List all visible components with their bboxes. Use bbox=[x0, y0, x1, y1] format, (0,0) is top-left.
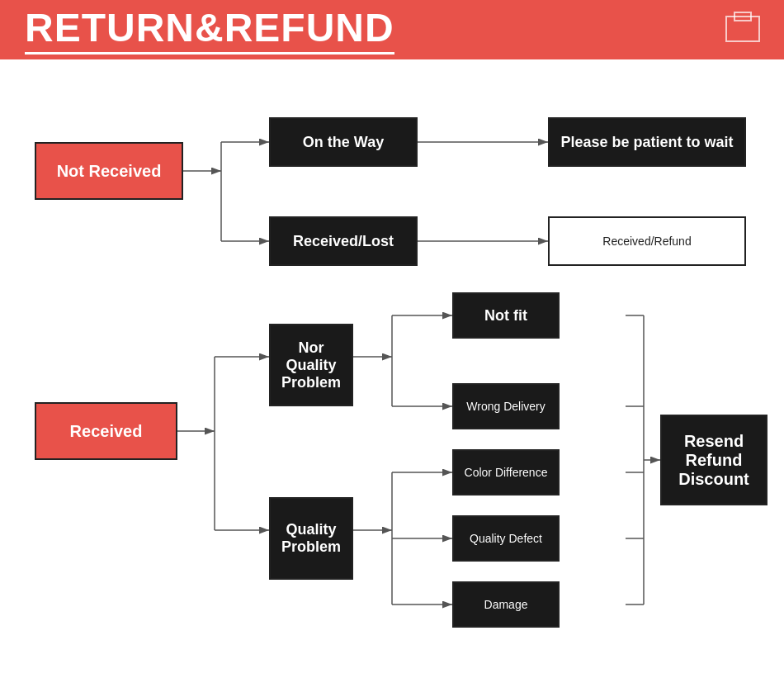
on-the-way-box: On the Way bbox=[269, 117, 418, 167]
not-fit-box: Not fit bbox=[452, 292, 560, 339]
please-be-patient-box: Please be patient to wait bbox=[548, 117, 746, 167]
resend-refund-discount-box: Resend Refund Discount bbox=[660, 415, 767, 505]
not-received-box: Not Received bbox=[35, 142, 183, 200]
header: RETURN&REFUND bbox=[0, 0, 784, 59]
damage-box: Damage bbox=[452, 581, 560, 628]
nor-quality-problem-box: Nor Quality Problem bbox=[269, 324, 353, 406]
quality-defect-box: Quality Defect bbox=[452, 515, 560, 562]
received-box: Received bbox=[35, 402, 177, 460]
wrong-delivery-box: Wrong Delivery bbox=[452, 383, 560, 429]
quality-problem-box: Quality Problem bbox=[269, 497, 353, 580]
page-title: RETURN&REFUND bbox=[25, 5, 394, 55]
color-difference-box: Color Difference bbox=[452, 449, 560, 495]
received-lost-box: Received/Lost bbox=[269, 216, 418, 266]
main-content: Not Received On the Way Received/Lost Pl… bbox=[0, 59, 784, 678]
received-refund-box: Received/Refund bbox=[548, 216, 746, 266]
header-decoration bbox=[718, 8, 767, 50]
